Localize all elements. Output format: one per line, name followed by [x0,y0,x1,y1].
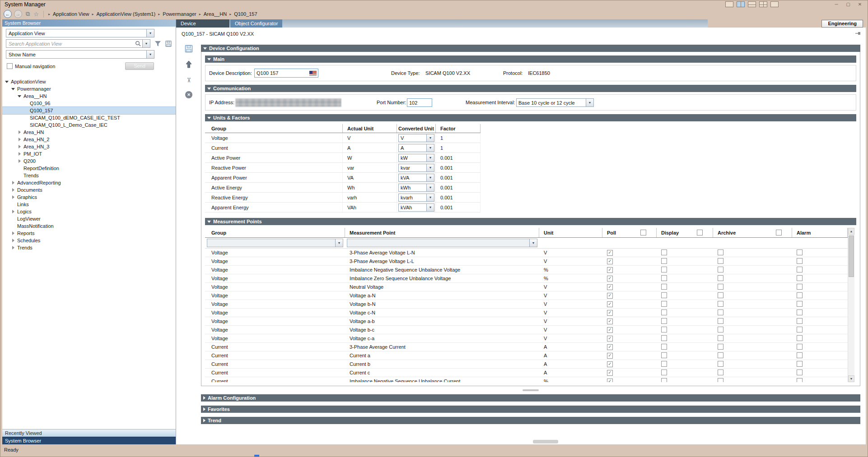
column-header-alarm[interactable]: Alarm [792,228,848,237]
alarm-checkbox[interactable] [797,292,803,298]
save-icon[interactable] [185,45,193,54]
section-device-configuration[interactable]: Device Configuration [201,45,860,52]
measurement-row[interactable]: Current3-Phase Average CurrentA✓ [205,343,848,351]
tree-item-sicam-q100-demo-case-iec-test[interactable]: SICAM_Q100_dEMO_CASE_IEC_TEST [2,114,176,121]
archive-checkbox[interactable] [718,318,723,324]
poll-checkbox[interactable]: ✓ [607,284,613,290]
poll-checkbox[interactable]: ✓ [607,370,613,376]
converted-unit-dropdown[interactable]: kVAh▼ [398,203,434,212]
archive-checkbox[interactable] [718,327,723,332]
save-filter-icon[interactable] [165,41,172,47]
close-icon[interactable]: ✕ [856,2,863,7]
tree-expander-icon[interactable] [18,152,22,156]
measurement-row[interactable]: CurrentImbalance Negative Sequence Unbal… [205,377,848,382]
converted-unit-dropdown[interactable]: A▼ [398,144,434,152]
auto-hide-pin-icon[interactable] [855,30,861,37]
tree-expander-icon[interactable] [11,181,15,185]
forward-button[interactable]: → [14,10,22,18]
tree-item-logics[interactable]: Logics [2,208,176,215]
breadcrumb-item-applicationview-system1-[interactable]: ApplicationView (System1) [97,11,156,17]
measurement-row[interactable]: VoltageVoltage b-cV✓ [205,326,848,334]
chevron-down-icon[interactable]: ▼ [146,29,154,37]
search-input[interactable]: Search Application View ▼ [6,39,150,48]
measurement-row[interactable]: CurrentCurrent cA✓ [205,369,848,377]
chevron-down-icon[interactable]: ▼ [426,204,434,211]
poll-checkbox[interactable]: ✓ [607,379,613,382]
tree-item-reportdefinition[interactable]: ReportDefinition [2,165,176,172]
tree-expander-icon[interactable] [11,195,15,199]
tree-item-schedules[interactable]: Schedules [2,237,176,244]
tree-item-q200[interactable]: Q200 [2,157,176,165]
converted-unit-dropdown[interactable]: kvarh▼ [398,194,434,202]
measurement-row[interactable]: VoltageVoltage b-NV✓ [205,300,848,309]
alarm-checkbox[interactable] [797,318,803,324]
scrollbar-thumb[interactable] [849,235,854,277]
column-header-display[interactable]: Display [657,228,713,237]
minimize-icon[interactable]: ─ [833,2,840,7]
layout-split-vertical-icon[interactable] [737,1,745,7]
tree-item-applicationview[interactable]: ApplicationView [2,78,176,85]
display-checkbox[interactable] [661,327,667,332]
archive-checkbox[interactable] [718,352,723,358]
recently-viewed-bar[interactable]: Recently Viewed [2,429,176,437]
layout-single-icon[interactable] [725,1,733,7]
column-header-actual-unit[interactable]: Actual Unit [343,124,397,133]
cut-icon[interactable]: ✂ [185,78,193,83]
alarm-checkbox[interactable] [797,369,803,375]
layout-grid-icon[interactable] [759,1,767,7]
tree-item-logviewer[interactable]: LogViewer [2,215,176,222]
tab-device[interactable]: Device [176,19,229,28]
tree-item-q100-157[interactable]: Q100_157 [2,107,176,114]
tree-item-area-hn-3[interactable]: Area_HN_3 [2,143,176,150]
tree-item-area-hn[interactable]: Area__HN [2,92,176,100]
poll-select-all-checkbox[interactable] [640,230,646,235]
archive-checkbox[interactable] [718,275,723,281]
section-units-factors[interactable]: Units & Factors [205,114,856,121]
tab-object-configurator[interactable]: Object Configurator [230,19,282,28]
scroll-up-icon[interactable]: ▲ [848,228,854,235]
poll-checkbox[interactable]: ✓ [607,319,613,324]
vertical-scrollbar[interactable]: ▲ ▼ [848,228,854,382]
alarm-checkbox[interactable] [797,344,803,350]
archive-checkbox[interactable] [718,301,723,307]
breadcrumb-item-q100-157[interactable]: Q100_157 [234,11,257,17]
alarm-checkbox[interactable] [797,267,803,272]
tree-item-trends[interactable]: Trends [2,172,176,179]
display-checkbox[interactable] [661,258,667,264]
chevron-down-icon[interactable]: ▼ [335,239,343,247]
back-button[interactable]: ← [4,10,12,18]
display-checkbox[interactable] [661,267,667,272]
display-select-all-checkbox[interactable] [697,230,703,235]
scroll-down-icon[interactable]: ▼ [848,375,854,382]
chevron-down-icon[interactable]: ▼ [146,51,154,58]
column-header-converted-unit[interactable]: Converted Unit [397,124,436,133]
tree-expander-icon[interactable] [18,94,22,98]
tree-item-sicam-q100-l-demo-case-iec[interactable]: SICAM_Q100_L_Demo_Case_IEC [2,121,176,129]
poll-checkbox[interactable]: ✓ [607,259,613,264]
poll-checkbox[interactable]: ✓ [607,301,613,307]
tree-expander-icon[interactable] [11,87,15,91]
display-checkbox[interactable] [661,378,667,383]
display-checkbox[interactable] [661,249,667,255]
alarm-checkbox[interactable] [797,361,803,367]
tree-item-area-hn-2[interactable]: Area_HN_2 [2,136,176,143]
tree-expander-icon[interactable] [18,159,22,163]
alarm-checkbox[interactable] [797,352,803,358]
archive-checkbox[interactable] [718,309,723,315]
archive-checkbox[interactable] [718,335,723,341]
alarm-checkbox[interactable] [797,378,803,383]
converted-unit-dropdown[interactable]: kW▼ [398,154,434,162]
system-browser-bar[interactable]: System Browser [2,437,176,444]
chevron-down-icon[interactable]: ▼ [426,134,434,142]
section-main[interactable]: Main [205,55,856,63]
chevron-down-icon[interactable]: ▼ [426,144,434,152]
measurement-interval-dropdown[interactable]: Base 10 cycle or 12 cycle ▼ [516,98,594,107]
measurement-row[interactable]: VoltageImbalance Negative Sequence Unbal… [205,266,848,274]
display-checkbox[interactable] [661,309,667,315]
chevron-down-icon[interactable]: ▼ [426,154,434,162]
archive-checkbox[interactable] [718,258,723,264]
tree-item-trends[interactable]: Trends [2,244,176,251]
tree-expander-icon[interactable] [11,188,15,192]
poll-checkbox[interactable]: ✓ [607,293,613,299]
layout-split-horizontal-icon[interactable] [748,1,756,7]
